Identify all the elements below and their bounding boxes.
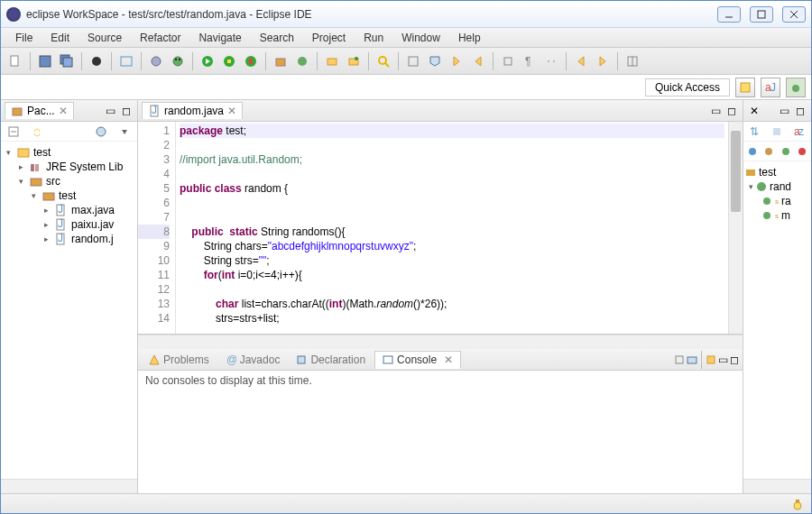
menu-search[interactable]: Search [253, 30, 301, 46]
editor-hscroll[interactable] [138, 335, 743, 349]
menu-project[interactable]: Project [305, 30, 353, 46]
quick-access-button[interactable]: Quick Access [645, 78, 730, 96]
menu-window[interactable]: Window [394, 30, 448, 46]
package-tree[interactable]: ▾test ▸JRE System Lib ▾src ▾test ▸Jmax.j… [1, 142, 137, 479]
focus-button[interactable] [92, 123, 110, 141]
tree-file-random[interactable]: ▸Jrandom.j [1, 232, 137, 246]
run-button[interactable] [198, 52, 217, 70]
save-all-button[interactable] [58, 52, 76, 70]
tip-icon[interactable] [791, 498, 804, 510]
minimize-view-button[interactable]: ▭ [103, 104, 117, 118]
problems-tab[interactable]: Problems [142, 352, 217, 368]
close-tab-icon[interactable]: ✕ [227, 105, 236, 117]
open-task-button[interactable] [345, 52, 363, 70]
last-edit-button[interactable] [499, 52, 517, 70]
svg-point-24 [355, 57, 358, 60]
az-sort-button[interactable]: az [791, 123, 807, 141]
paragraph-button[interactable]: ¶ [521, 52, 539, 70]
menu-run[interactable]: Run [356, 30, 391, 46]
show-whitespace-button[interactable] [542, 52, 560, 70]
menu-edit[interactable]: Edit [43, 30, 77, 46]
minimize-bottom-button[interactable]: ▭ [718, 353, 728, 366]
menu-help[interactable]: Help [451, 30, 488, 46]
skip-breakpoints-button[interactable] [147, 52, 165, 70]
back-button[interactable] [572, 52, 590, 70]
java-perspective-button[interactable]: aJ [761, 78, 780, 97]
outline-hscroll[interactable] [743, 479, 811, 493]
hide-fields-button[interactable] [747, 142, 758, 161]
maximize-view-button[interactable]: ◻ [119, 104, 134, 118]
sort-button[interactable]: ⇅ [747, 123, 763, 141]
close-button[interactable] [782, 6, 806, 23]
annotation-button[interactable] [426, 52, 444, 70]
editor-vscroll[interactable] [728, 122, 743, 334]
menu-file[interactable]: File [8, 30, 40, 46]
build-button[interactable] [88, 52, 106, 70]
outline-package[interactable]: test [745, 165, 809, 179]
toggle-mark-button[interactable] [404, 52, 422, 70]
pin-button[interactable] [623, 52, 641, 70]
minimize-outline-button[interactable]: ▭ [777, 104, 791, 118]
svg-text:J: J [58, 233, 63, 244]
external-tools-button[interactable] [242, 52, 260, 70]
new-class-button[interactable] [293, 52, 311, 70]
minimize-editor-button[interactable]: ▭ [708, 104, 723, 118]
save-button[interactable] [36, 52, 54, 70]
search-button[interactable] [374, 52, 392, 70]
svg-point-10 [152, 57, 161, 66]
pin-console-button[interactable] [674, 354, 685, 365]
outline-tree[interactable]: test ▾rand sra sm [743, 161, 811, 479]
editor-tab-random[interactable]: J random.java ✕ [142, 102, 243, 119]
tree-file-max[interactable]: ▸Jmax.java [1, 203, 137, 217]
console-tab[interactable]: Console✕ [374, 351, 461, 369]
code-area[interactable]: package test; //import java.util.Random;… [176, 122, 728, 334]
debug-button[interactable] [169, 52, 187, 70]
next-annotation-button[interactable] [448, 52, 466, 70]
filter-button[interactable] [769, 123, 785, 141]
new-package-button[interactable] [272, 52, 290, 70]
package-explorer-tab[interactable]: Pac... ✕ [5, 102, 74, 119]
link-editor-button[interactable] [28, 123, 46, 141]
display-console-button[interactable] [687, 354, 697, 365]
tree-project[interactable]: ▾test [1, 145, 137, 160]
minimize-button[interactable] [717, 6, 741, 23]
maximize-editor-button[interactable]: ◻ [724, 104, 739, 118]
maximize-button[interactable] [750, 6, 773, 23]
tree-jre[interactable]: ▸JRE System Lib [1, 160, 137, 174]
code-editor[interactable]: 1234567891011121314 package test; //impo… [138, 122, 743, 335]
outline-method-2[interactable]: sm [745, 208, 809, 223]
open-type-button[interactable] [323, 52, 341, 70]
outline-method-1[interactable]: sra [745, 194, 809, 208]
close-outline-icon[interactable]: ✕ [747, 104, 761, 118]
javadoc-tab[interactable]: @Javadoc [218, 352, 288, 368]
tree-hscroll[interactable] [1, 479, 137, 493]
collapse-all-button[interactable] [5, 123, 23, 141]
close-tab-icon[interactable]: ✕ [59, 105, 68, 117]
menu-navigate[interactable]: Navigate [191, 30, 248, 46]
open-perspective-button[interactable] [735, 78, 755, 97]
hide-nonpublic-button[interactable] [780, 142, 791, 161]
new-button[interactable] [6, 52, 24, 70]
hide-static-button[interactable] [763, 142, 774, 161]
tree-file-paixu[interactable]: ▸Jpaixu.jav [1, 217, 137, 232]
debug-perspective-button[interactable] [786, 78, 806, 97]
view-menu-button[interactable] [115, 123, 134, 141]
outline-class[interactable]: ▾rand [745, 179, 809, 194]
maximize-outline-button[interactable]: ◻ [793, 104, 807, 118]
menu-refactor[interactable]: Refactor [133, 30, 188, 46]
maximize-bottom-button[interactable]: ◻ [730, 353, 739, 366]
tree-src[interactable]: ▾src [1, 174, 137, 188]
prev-annotation-button[interactable] [469, 52, 487, 70]
coverage-button[interactable] [220, 52, 238, 70]
svg-marker-34 [578, 57, 584, 66]
forward-button[interactable] [594, 52, 612, 70]
src-folder-icon [29, 175, 43, 188]
menu-source[interactable]: Source [80, 30, 129, 46]
toggle-breadcrumb-button[interactable] [117, 52, 135, 70]
hide-local-button[interactable] [797, 142, 807, 161]
svg-marker-46 [122, 130, 127, 134]
open-console-button[interactable] [706, 354, 716, 365]
tree-package[interactable]: ▾test [1, 188, 137, 203]
declaration-tab[interactable]: Declaration [289, 352, 373, 368]
close-tab-icon[interactable]: ✕ [444, 353, 453, 366]
